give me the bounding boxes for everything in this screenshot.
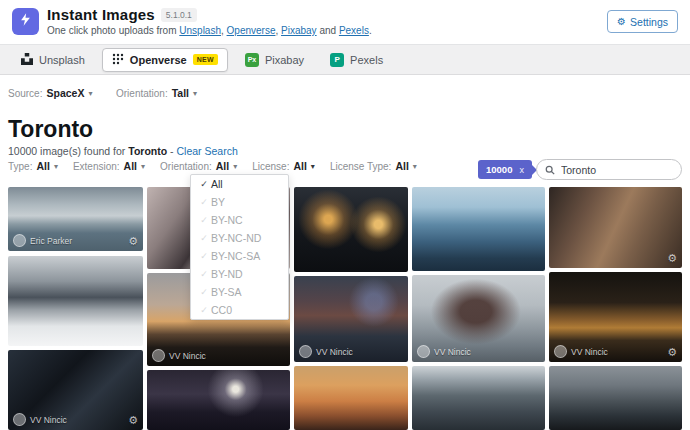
orientation-filter[interactable]: Orientation: Tall ▾ [116,87,197,99]
chevron-down-icon: ▾ [233,162,237,171]
filter-license-type[interactable]: License Type: All ▾ [330,160,417,172]
search-icon [545,161,555,179]
source-filter[interactable]: Source: SpaceX ▾ [8,87,92,99]
control-bar: Source: SpaceX ▾ Orientation: Tall ▾ 100… [0,76,690,112]
avatar [554,345,567,358]
clear-search-link[interactable]: Clear Search [176,145,237,157]
check-icon: ✓ [197,287,211,297]
photo-tile[interactable]: Eric Parker ⚙ [8,187,143,251]
menu-item-by-nc-nd[interactable]: ✓ BY-NC-ND [191,229,288,247]
photo-tile[interactable] [294,187,408,272]
menu-item-cc0[interactable]: ✓ CC0 [191,301,288,319]
search-box[interactable] [536,159,682,180]
page-title: Toronto [8,116,93,143]
tab-pexels[interactable]: P Pexels [321,49,392,71]
tab-unsplash[interactable]: Unsplash [12,49,94,71]
check-icon: ✓ [197,215,211,225]
filter-bar: Type: All ▾ Extension: All ▾ Orientation… [8,160,417,172]
check-icon: ✓ [197,179,211,189]
unsplash-link[interactable]: Unsplash [179,25,221,36]
menu-item-by-nd[interactable]: ✓ BY-ND [191,265,288,283]
tab-pixabay[interactable]: Px Pixabay [236,49,313,71]
photo-tile[interactable]: VV Nincic [412,275,545,362]
photo-author[interactable]: VV Nincic [316,347,353,357]
edit-settings-icon[interactable]: ⚙ [128,235,138,248]
openverse-icon [112,53,124,67]
photo-tile[interactable]: VV Nincic ⚙ [549,272,682,362]
instant-images-app: Instant Images 5.1.0.1 One click photo u… [0,0,690,430]
result-count-tag[interactable]: 10000 x [478,160,532,179]
avatar [13,234,26,247]
menu-item-by-nc[interactable]: ✓ BY-NC [191,211,288,229]
menu-item-by-nc-sa[interactable]: ✓ BY-NC-SA [191,247,288,265]
photo-author[interactable]: VV Nincic [434,347,471,357]
photo-tile[interactable] [147,370,290,430]
photo-tile[interactable]: VV Nincic [294,276,408,362]
version-badge: 5.1.0.1 [161,8,197,22]
edit-settings-icon[interactable]: ⚙ [667,252,677,265]
filter-extension[interactable]: Extension: All ▾ [73,160,145,172]
search-input[interactable] [561,164,673,176]
check-icon: ✓ [197,305,211,315]
app-subtitle: One click photo uploads from Unsplash, O… [47,25,372,36]
filter-orientation[interactable]: Orientation: All ▾ [160,160,237,172]
edit-settings-icon[interactable]: ⚙ [667,346,677,359]
unsplash-icon [21,53,33,67]
settings-button[interactable]: ⚙ Settings [607,10,678,33]
photo-tile[interactable] [412,366,545,430]
check-icon: ✓ [197,251,211,261]
photo-author[interactable]: VV Nincic [571,347,608,357]
app-title: Instant Images [47,6,155,23]
pixabay-link[interactable]: Pixabay [281,25,317,36]
chevron-down-icon: ▾ [311,162,315,171]
avatar [13,413,26,426]
chevron-down-icon: ▾ [88,89,92,98]
check-icon: ✓ [197,269,211,279]
chevron-down-icon: ▾ [413,162,417,171]
photo-tile[interactable]: VV Nincic ⚙ [8,350,143,430]
pexels-icon: P [330,53,344,67]
photo-tile[interactable] [412,187,545,271]
app-logo [12,8,39,35]
results-summary: 10000 image(s) found for Toronto - Clear… [8,145,238,157]
pexels-link[interactable]: Pexels [339,25,369,36]
new-badge: NEW [193,54,218,65]
photo-tile[interactable] [8,256,143,346]
photo-tile[interactable] [549,366,682,430]
tab-openverse[interactable]: Openverse NEW [102,48,228,72]
photo-author[interactable]: Eric Parker [30,236,72,246]
photo-tile[interactable] [294,366,408,430]
openverse-link[interactable]: Openverse [227,25,276,36]
app-header: Instant Images 5.1.0.1 One click photo u… [0,0,690,44]
avatar [152,349,165,362]
gear-icon: ⚙ [617,17,626,27]
photo-author[interactable]: VV Nincic [169,351,206,361]
chevron-down-icon: ▾ [141,162,145,171]
avatar [299,345,312,358]
check-icon: ✓ [197,197,211,207]
edit-settings-icon[interactable]: ⚙ [128,414,138,427]
license-dropdown-menu: ✓ All ✓ BY ✓ BY-NC ✓ BY-NC-ND ✓ BY-NC-SA… [190,174,289,320]
filter-type[interactable]: Type: All ▾ [8,160,58,172]
menu-item-by[interactable]: ✓ BY [191,193,288,211]
menu-item-by-sa[interactable]: ✓ BY-SA [191,283,288,301]
avatar [417,345,430,358]
lightning-bolt-icon [18,12,33,31]
photo-author[interactable]: VV Nincic [30,415,67,425]
filter-license[interactable]: License: All ▾ [252,160,315,172]
pixabay-icon: Px [245,53,259,67]
photo-tile[interactable]: ⚙ [549,187,682,268]
menu-item-all[interactable]: ✓ All [191,175,288,193]
chevron-down-icon: ▾ [54,162,58,171]
close-icon[interactable]: x [519,165,524,175]
provider-tabs: Unsplash Openverse NEW Px Pixabay P Pexe… [0,44,690,75]
check-icon: ✓ [197,233,211,243]
chevron-down-icon: ▾ [193,89,197,98]
